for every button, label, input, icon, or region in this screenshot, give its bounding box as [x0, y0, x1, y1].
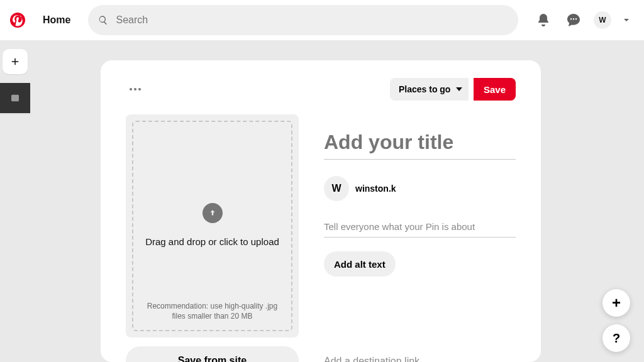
save-from-site-button[interactable]: Save from site — [126, 346, 299, 362]
board-select-wrap: Places to go — [390, 78, 469, 101]
form-column: W winston.k Add alt text — [324, 114, 516, 362]
upload-recommendation-text: Recommendation: use high-quality .jpg fi… — [141, 301, 284, 321]
author-avatar[interactable]: W — [324, 176, 349, 201]
upload-instruction-text: Drag and drop or click to upload — [145, 236, 279, 248]
destination-link-input[interactable] — [324, 353, 516, 362]
svg-rect-1 — [11, 95, 19, 102]
add-alt-text-button[interactable]: Add alt text — [324, 251, 396, 277]
image-icon — [9, 92, 21, 104]
save-controls: Places to go Save — [390, 78, 516, 101]
chat-icon — [566, 13, 581, 28]
board-select[interactable]: Places to go — [390, 78, 469, 101]
upload-column: Drag and drop or click to upload Recomme… — [126, 114, 299, 362]
fab-add-button[interactable]: + — [602, 289, 630, 317]
pinterest-logo[interactable] — [10, 13, 25, 28]
search-icon — [98, 15, 108, 25]
top-navbar: Home W — [0, 0, 644, 40]
builder-body: Drag and drop or click to upload Recomme… — [126, 114, 516, 362]
search-bar — [88, 5, 518, 35]
home-link[interactable]: Home — [35, 14, 78, 26]
author-row: W winston.k — [324, 176, 516, 201]
bell-icon — [536, 13, 551, 28]
dot-icon — [130, 88, 132, 90]
add-pin-button[interactable] — [3, 49, 28, 74]
left-rail — [0, 49, 30, 113]
pin-description-input[interactable] — [324, 219, 516, 238]
pin-title-input[interactable] — [324, 128, 516, 160]
more-options-button[interactable] — [126, 84, 145, 94]
rail-thumbnail[interactable] — [0, 83, 30, 113]
author-name: winston.k — [355, 184, 396, 194]
fab-help-button[interactable]: ? — [602, 324, 630, 352]
notifications-button[interactable] — [531, 8, 556, 33]
upload-inner: Drag and drop or click to upload Recomme… — [132, 121, 292, 331]
messages-button[interactable] — [561, 8, 586, 33]
workspace: Places to go Save Drag and drop or click… — [0, 40, 644, 362]
pin-builder-card: Places to go Save Drag and drop or click… — [101, 60, 541, 362]
chevron-down-icon — [621, 15, 631, 25]
search-input[interactable] — [88, 5, 518, 35]
dot-icon — [138, 88, 141, 90]
profile-avatar[interactable]: W — [594, 11, 611, 29]
save-button[interactable]: Save — [474, 78, 516, 101]
upload-dropzone[interactable]: Drag and drop or click to upload Recomme… — [126, 114, 299, 337]
upload-icon-circle — [203, 203, 223, 223]
plus-icon — [9, 56, 21, 67]
dot-icon — [134, 88, 136, 90]
builder-toolbar: Places to go Save — [126, 77, 516, 102]
upload-arrow-icon — [208, 209, 217, 217]
account-menu-button[interactable] — [619, 13, 634, 28]
